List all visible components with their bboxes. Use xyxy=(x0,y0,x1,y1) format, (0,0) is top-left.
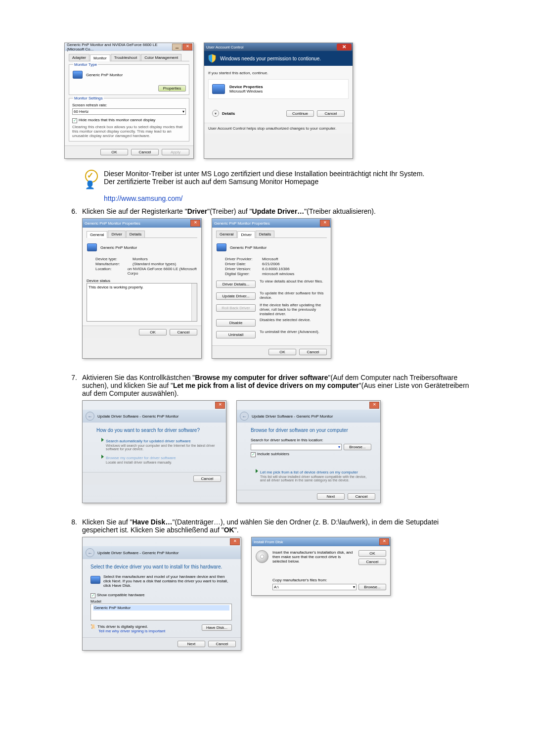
monitor-name: Generic PnP Monitor xyxy=(86,73,123,77)
drive-select[interactable]: A:\ ▾ xyxy=(272,584,356,590)
option-let-me-pick[interactable]: Let me pick from a list of device driver… xyxy=(251,469,371,482)
button-desc: To view details about the driver files. xyxy=(260,279,327,284)
close-button[interactable]: ✕ xyxy=(379,538,389,545)
kv-value: on NVIDIA GeForce 6600 LE (Microsoft Cor… xyxy=(128,267,197,276)
ok-button[interactable]: OK xyxy=(358,550,386,557)
wizard-question: How do you want to search for driver sof… xyxy=(96,427,217,433)
close-button[interactable]: ✕ xyxy=(369,402,379,409)
uac-dialog: User Account Control ✕ Windows needs you… xyxy=(204,43,353,159)
disable-button[interactable]: Disable xyxy=(216,319,256,327)
uninstall-button[interactable]: Uninstall xyxy=(216,331,256,338)
close-button[interactable]: ✕ xyxy=(182,44,192,50)
apply-button[interactable]: Apply xyxy=(162,149,189,155)
option-search-automatically[interactable]: Search automatically for updated driver … xyxy=(96,438,217,451)
hide-modes-checkbox[interactable]: Hide modes that this monitor cannot disp… xyxy=(72,118,186,123)
path-input[interactable]: ▾ xyxy=(251,444,342,450)
properties-button[interactable]: Properties xyxy=(158,85,186,92)
step-6: 6. Klicken Sie auf der Registerkarte "Dr… xyxy=(64,207,470,359)
dialog-body: Adapter Monitor Troubleshoot Color Manag… xyxy=(65,51,193,145)
refresh-rate-select[interactable]: 60 Hertz ▾ xyxy=(72,108,186,115)
copy-from-label: Copy manufacturer's files from: xyxy=(272,578,386,582)
ok-button[interactable]: OK xyxy=(100,149,128,155)
model-list[interactable]: Generic PnP Monitor xyxy=(90,604,232,620)
ifd-message: Insert the manufacturer's installation d… xyxy=(272,550,355,564)
cancel-button[interactable]: Cancel xyxy=(299,349,327,355)
tab-details[interactable]: Details xyxy=(126,231,145,237)
tab-general[interactable]: General xyxy=(87,231,107,238)
select-driver-wizard: ✕ ← Update Driver Software - Generic PnP… xyxy=(82,537,241,651)
next-button[interactable]: Next xyxy=(317,493,345,500)
browse-button[interactable]: Browse... xyxy=(358,584,386,590)
screenshot-row-1: Generic PnP Monitor and NVIDIA GeForce 6… xyxy=(64,43,470,159)
close-button[interactable]: ✕ xyxy=(337,44,352,50)
continue-button[interactable]: Continue xyxy=(286,110,314,117)
list-item[interactable]: Generic PnP Monitor xyxy=(93,605,229,611)
cancel-button[interactable]: Cancel xyxy=(193,475,221,482)
tab-general[interactable]: General xyxy=(216,231,237,237)
window-title: User Account Control xyxy=(206,45,244,49)
monitor-settings-group: Monitor Settings Screen refresh rate: 60… xyxy=(69,98,189,142)
note-line-1: Dieser Monitor-Treiber ist unter MS Logo… xyxy=(104,170,470,178)
cancel-button[interactable]: Cancel xyxy=(170,329,197,335)
samsung-link[interactable]: http://www.samsung.com/ xyxy=(104,194,183,202)
why-signing-link[interactable]: Tell me why driver signing is important xyxy=(98,629,165,633)
details-toggle[interactable]: ▾ Details xyxy=(212,110,235,117)
tab-driver[interactable]: Driver xyxy=(237,231,255,238)
button-desc: Disables the selected device. xyxy=(260,318,327,322)
uac-body: If you started this action, continue. De… xyxy=(204,66,353,123)
uac-headline: Windows needs your permission to contion… xyxy=(220,56,321,61)
step-7: 7. Aktivieren Sie das Kontrollkästchen "… xyxy=(64,374,470,503)
show-compatible-checkbox[interactable]: Show compatible hardware xyxy=(90,593,232,598)
checkbox-label: Include subfolders xyxy=(257,452,289,456)
program-name: Device Properties xyxy=(229,85,263,89)
arrow-icon xyxy=(256,469,258,473)
include-subfolders-checkbox[interactable]: Include subfolders xyxy=(251,452,371,457)
close-button[interactable]: ✕ xyxy=(190,220,200,227)
scrollbar[interactable] xyxy=(191,284,197,321)
tab-details[interactable]: Details xyxy=(256,231,274,237)
kv-key: Location: xyxy=(95,267,128,276)
kv-value: Microsoft xyxy=(262,257,278,261)
cancel-button[interactable]: Cancel xyxy=(358,559,386,565)
back-button[interactable]: ← xyxy=(240,412,249,421)
option-browse-computer[interactable]: Browse my computer for driver software L… xyxy=(96,455,217,464)
have-disk-button[interactable]: Have Disk... xyxy=(202,624,232,631)
option-subtitle: Windows will search your computer and th… xyxy=(106,444,217,451)
tab-color-management[interactable]: Color Management xyxy=(141,54,181,61)
device-status-label: Device status xyxy=(87,279,197,283)
note-line-2: Der zertifizierte Treiber ist auch auf d… xyxy=(104,178,470,186)
back-button[interactable]: ← xyxy=(86,548,94,557)
checkbox-label: Show compatible hardware xyxy=(97,593,145,597)
tab-monitor[interactable]: Monitor xyxy=(90,54,110,61)
cancel-button[interactable]: Cancel xyxy=(317,110,345,117)
titlebar: Install From Disk ✕ xyxy=(252,537,390,546)
window-title: Generic PnP Monitor and NVIDIA GeForce 6… xyxy=(67,43,172,51)
roll-back-driver-button[interactable]: Roll Back Driver xyxy=(216,304,256,312)
screenshot-row-4: ✕ ← Update Driver Software - Generic PnP… xyxy=(82,537,470,651)
minimize-button[interactable]: ▁ xyxy=(172,44,182,50)
browse-button[interactable]: Browse... xyxy=(344,444,371,450)
tab-troubleshoot[interactable]: Troubleshoot xyxy=(111,54,140,61)
step-number: 8. xyxy=(64,518,77,651)
cancel-button[interactable]: Cancel xyxy=(131,149,159,155)
close-button[interactable]: ✕ xyxy=(215,402,225,409)
monitor-icon xyxy=(216,242,227,253)
dialog-buttons: OK Cancel Apply xyxy=(65,145,193,158)
update-driver-button[interactable]: Update Driver... xyxy=(216,292,256,300)
ok-button[interactable]: OK xyxy=(268,349,296,355)
close-button[interactable]: ✕ xyxy=(320,220,330,227)
refresh-rate-label: Screen refresh rate: xyxy=(72,103,186,107)
driver-details-button[interactable]: Driver Details... xyxy=(216,281,256,288)
monitor-icon xyxy=(72,69,83,80)
back-button[interactable]: ← xyxy=(86,412,94,421)
option-subtitle: Locate and install driver software manua… xyxy=(106,461,217,464)
next-button[interactable]: Next xyxy=(178,641,205,647)
tab-driver[interactable]: Driver xyxy=(108,231,125,237)
tab-adapter[interactable]: Adapter xyxy=(69,54,89,61)
model-label: Model xyxy=(90,599,232,604)
program-icon xyxy=(212,83,225,95)
cancel-button[interactable]: Cancel xyxy=(348,493,375,500)
close-button[interactable]: ✕ xyxy=(230,538,240,545)
cancel-button[interactable]: Cancel xyxy=(208,641,236,647)
ok-button[interactable]: OK xyxy=(139,329,167,335)
